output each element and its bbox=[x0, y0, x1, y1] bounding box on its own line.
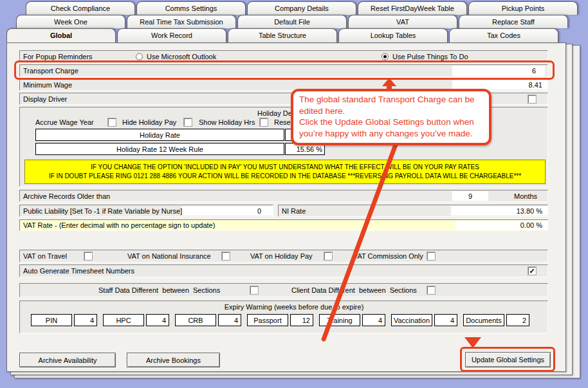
expiry-crb-value-box[interactable]: 4 bbox=[218, 314, 241, 326]
expiry-passport-label-box: Passport bbox=[247, 314, 288, 326]
expiry-vaccination-value-box[interactable]: 4 bbox=[434, 314, 457, 326]
auto-generate-timesheet-label: Auto Generate Timesheet Numbers bbox=[23, 267, 134, 275]
ni-rate-value: 13.80 % bbox=[517, 207, 542, 215]
ni-rate-row: NI Rate 13.80 % bbox=[278, 205, 548, 217]
expiry-crb-value: 4 bbox=[234, 317, 238, 324]
expiry-hpc-value-box[interactable]: 4 bbox=[146, 314, 169, 326]
expiry-hpc-label-box: HPC bbox=[103, 314, 144, 326]
show-holiday-hrs-label: Show Holiday Hrs bbox=[199, 118, 255, 126]
vat-rate-input[interactable]: 0.00 % bbox=[455, 221, 547, 230]
section-data-row: Staff Data Different between Sections Cl… bbox=[19, 283, 548, 297]
expiry-passport-value-box[interactable]: 12 bbox=[290, 314, 313, 326]
vat-on-ni-checkbox[interactable] bbox=[222, 252, 230, 260]
reset-label: Reset bbox=[274, 118, 293, 126]
outlook-radio[interactable] bbox=[136, 53, 143, 60]
transport-charge-highlight bbox=[14, 60, 555, 80]
client-data-different-checkbox[interactable] bbox=[427, 286, 435, 294]
vat-rate-label: VAT Rate - (Enter decimal with no percen… bbox=[23, 221, 215, 229]
expiry-hpc-label: HPC bbox=[116, 317, 131, 324]
arrow-down-icon bbox=[464, 337, 481, 348]
expiry-documents-label: Documents bbox=[466, 317, 502, 324]
holiday-rate-label: Holiday Rate bbox=[140, 131, 180, 139]
hide-holiday-pay-checkbox[interactable] bbox=[184, 118, 192, 126]
display-driver-checkbox[interactable] bbox=[528, 95, 536, 103]
expiry-crb-label: CRB bbox=[188, 317, 203, 324]
popup-reminders-label: For Popup Reminders bbox=[23, 53, 93, 60]
staff-data-different-checkbox[interactable] bbox=[250, 286, 258, 294]
archive-records-value: 9 bbox=[468, 192, 472, 200]
settings-window: Check Compliance Comms Settings Company … bbox=[0, 0, 588, 388]
vat-commission-only-checkbox[interactable] bbox=[427, 252, 435, 260]
accrue-wage-year-label: Accrue Wage Year bbox=[35, 118, 94, 126]
warning-line-1: IF YOU CHANGE THE OPTION 'INCLUDED IN PA… bbox=[91, 163, 479, 172]
public-liability-input[interactable]: 0 bbox=[182, 206, 273, 216]
auto-generate-timesheet-row: Auto Generate Timesheet Numbers ✓ bbox=[19, 264, 548, 277]
archive-records-unit: Months bbox=[514, 192, 537, 200]
vat-rate-row: VAT Rate - (Enter decimal with no percen… bbox=[19, 219, 548, 231]
minimum-wage-input[interactable]: 8.41 bbox=[452, 80, 547, 89]
accrue-wage-year-checkbox[interactable] bbox=[108, 118, 116, 126]
archive-records-row: Archive Records Older than 9 Months bbox=[19, 190, 548, 202]
staff-data-different-label: Staff Data Different between Sections bbox=[98, 286, 220, 294]
pulse-things-radio-label[interactable]: Use Pulse Things To Do bbox=[392, 53, 468, 60]
expiry-hpc-value: 4 bbox=[162, 317, 166, 324]
expiry-passport-value: 12 bbox=[302, 317, 310, 324]
warning-line-2: IF IN DOUBT PLEASE RING 0121 288 4886 YO… bbox=[49, 172, 521, 181]
show-holiday-hrs-checkbox[interactable] bbox=[260, 118, 268, 126]
expiry-training-value: 4 bbox=[378, 317, 382, 324]
expiry-documents-value-box[interactable]: 2 bbox=[506, 314, 529, 326]
holiday-rate-rule-label: Holiday Rate 12 Week Rule bbox=[116, 145, 203, 153]
ni-rate-label: NI Rate bbox=[282, 207, 306, 215]
auto-generate-timesheet-checkbox[interactable]: ✓ bbox=[528, 267, 536, 275]
expiry-training-label-box: Training bbox=[319, 314, 360, 326]
display-driver-label: Display Driver bbox=[23, 95, 67, 103]
outlook-radio-label[interactable]: Use Microsoft Outlook bbox=[147, 53, 216, 60]
expiry-documents-label-box: Documents bbox=[463, 314, 504, 326]
archive-records-label: Archive Records Older than bbox=[23, 192, 110, 200]
expiry-pin-value-box[interactable]: 4 bbox=[74, 314, 97, 326]
holiday-rate-box: Holiday Rate bbox=[35, 129, 284, 141]
vat-options-row: VAT on Travel VAT on National Insurance … bbox=[19, 250, 548, 263]
vat-on-travel-label: VAT on Travel bbox=[23, 252, 67, 260]
public-liability-value: 0 bbox=[257, 207, 261, 215]
expiry-vaccination-value: 4 bbox=[450, 317, 454, 324]
client-data-different-label: Client Data Different between Sections bbox=[291, 286, 417, 294]
minimum-wage-value: 8.41 bbox=[529, 81, 542, 89]
minimum-wage-label: Minimum Wage bbox=[23, 81, 72, 89]
vat-on-ni-label: VAT on National Insurance bbox=[127, 252, 211, 260]
archive-availability-label: Archive Availability bbox=[39, 356, 97, 364]
update-button-highlight bbox=[460, 347, 555, 372]
hide-holiday-pay-label: Hide Holiday Pay bbox=[122, 118, 176, 126]
expiry-passport-label: Passport bbox=[253, 317, 281, 324]
holiday-rate-rule-value: 15.56 % bbox=[297, 145, 322, 153]
vat-rate-value: 0.00 % bbox=[520, 221, 542, 229]
expiry-pin-label: PIN bbox=[46, 317, 57, 324]
expiry-documents-value: 2 bbox=[522, 317, 526, 324]
archive-bookings-label: Archive Bookings bbox=[146, 356, 201, 364]
vat-on-holiday-pay-checkbox[interactable] bbox=[324, 252, 332, 260]
vat-commission-only-label: VAT Commission Only bbox=[353, 252, 423, 260]
expiry-vaccination-label-box: Vaccination bbox=[391, 314, 432, 326]
ni-rate-input[interactable]: 13.80 % bbox=[451, 206, 547, 216]
check-icon: ✓ bbox=[529, 267, 535, 275]
pulse-things-radio[interactable] bbox=[381, 53, 389, 60]
public-liability-label: Public Liability [Set To -1 if Rate Vari… bbox=[23, 207, 182, 215]
public-liability-row: Public Liability [Set To -1 if Rate Vari… bbox=[19, 205, 273, 217]
vat-on-holiday-pay-label: VAT on Holiday Pay bbox=[250, 252, 313, 260]
expiry-crb-label-box: CRB bbox=[175, 314, 216, 326]
expiry-training-value-box[interactable]: 4 bbox=[362, 314, 385, 326]
archive-records-input[interactable]: 9 bbox=[452, 191, 488, 201]
included-in-pay-warning: IF YOU CHANGE THE OPTION 'INCLUDED IN PA… bbox=[24, 160, 546, 184]
expiry-pin-value: 4 bbox=[90, 317, 94, 324]
annotation-callout: The global standard Transport Charge can… bbox=[291, 89, 492, 145]
archive-bookings-button[interactable]: Archive Bookings bbox=[127, 353, 220, 367]
expiry-vaccination-label: Vaccination bbox=[394, 317, 430, 324]
holiday-rate-rule-box: Holiday Rate 12 Week Rule bbox=[35, 143, 284, 155]
archive-availability-button[interactable]: Archive Availability bbox=[19, 353, 116, 367]
expiry-pin-label-box: PIN bbox=[31, 314, 72, 326]
expiry-warning-header: Expiry Warning (weeks before due to expi… bbox=[0, 303, 588, 311]
vat-on-travel-checkbox[interactable] bbox=[84, 252, 92, 260]
